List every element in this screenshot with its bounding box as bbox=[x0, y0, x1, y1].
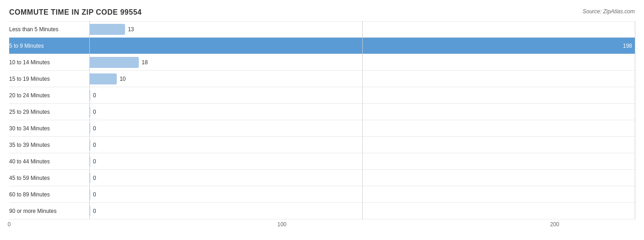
bar-label: 10 to 14 Minutes bbox=[9, 59, 89, 66]
bar-fill bbox=[89, 206, 90, 217]
bar-value: 0 bbox=[93, 158, 96, 165]
chart-title: COMMUTE TIME IN ZIP CODE 99554 bbox=[9, 8, 142, 17]
bar-fill bbox=[89, 57, 139, 68]
bar-fill bbox=[89, 123, 90, 134]
bar-value: 0 bbox=[93, 125, 96, 132]
bar-fill bbox=[89, 173, 90, 184]
bar-row: 90 or more Minutes0 bbox=[9, 203, 635, 219]
bar-value: 0 bbox=[93, 109, 96, 115]
bar-value: 13 bbox=[128, 26, 134, 33]
bar-value: 0 bbox=[93, 191, 96, 198]
bar-value: 18 bbox=[142, 59, 147, 66]
bar-row: 40 to 44 Minutes0 bbox=[9, 153, 635, 170]
bar-track: 0 bbox=[89, 153, 635, 169]
bar-label: 40 to 44 Minutes bbox=[9, 158, 89, 165]
bar-value: 198 bbox=[623, 43, 632, 49]
bar-label: 60 to 89 Minutes bbox=[9, 191, 89, 198]
x-axis-label: 100 bbox=[277, 221, 286, 228]
bar-fill bbox=[89, 156, 90, 167]
bar-row: 20 to 24 Minutes0 bbox=[9, 87, 635, 104]
bar-track: 10 bbox=[89, 71, 635, 87]
chart-source: Source: ZipAtlas.com bbox=[583, 8, 635, 15]
bars-section: Less than 5 Minutes135 to 9 Minutes19810… bbox=[9, 21, 635, 219]
chart-header: COMMUTE TIME IN ZIP CODE 99554 Source: Z… bbox=[9, 8, 635, 17]
bar-track: 0 bbox=[89, 104, 635, 120]
bar-row: 5 to 9 Minutes198 bbox=[9, 38, 635, 54]
bar-track: 0 bbox=[89, 87, 635, 103]
bar-fill: 198 bbox=[89, 40, 635, 51]
bar-label: Less than 5 Minutes bbox=[9, 26, 89, 33]
bar-fill bbox=[89, 106, 90, 117]
chart-container: COMMUTE TIME IN ZIP CODE 99554 Source: Z… bbox=[0, 0, 644, 240]
bar-track: 0 bbox=[89, 186, 635, 202]
x-axis-label: 200 bbox=[550, 221, 559, 228]
x-axis-label: 0 bbox=[8, 221, 11, 228]
bar-label: 90 or more Minutes bbox=[9, 208, 89, 214]
bar-label: 25 to 29 Minutes bbox=[9, 109, 89, 115]
bar-row: 25 to 29 Minutes0 bbox=[9, 104, 635, 120]
bar-row: Less than 5 Minutes13 bbox=[9, 21, 635, 38]
bar-fill bbox=[89, 73, 117, 84]
bar-label: 20 to 24 Minutes bbox=[9, 92, 89, 99]
bar-row: 10 to 14 Minutes18 bbox=[9, 54, 635, 71]
bar-value: 0 bbox=[93, 92, 96, 99]
bar-label: 5 to 9 Minutes bbox=[9, 43, 89, 49]
bar-row: 60 to 89 Minutes0 bbox=[9, 186, 635, 203]
bar-value: 10 bbox=[120, 76, 126, 82]
bar-label: 30 to 34 Minutes bbox=[9, 125, 89, 132]
bar-label: 45 to 59 Minutes bbox=[9, 175, 89, 181]
bar-row: 30 to 34 Minutes0 bbox=[9, 120, 635, 137]
bar-track: 0 bbox=[89, 137, 635, 153]
bar-track: 0 bbox=[89, 170, 635, 186]
bar-track: 198 bbox=[89, 38, 635, 54]
bar-track: 0 bbox=[89, 120, 635, 136]
bar-row: 35 to 39 Minutes0 bbox=[9, 137, 635, 153]
bar-track: 0 bbox=[89, 203, 635, 219]
bar-value: 0 bbox=[93, 142, 96, 148]
bar-label: 15 to 19 Minutes bbox=[9, 76, 89, 82]
bar-fill bbox=[89, 24, 125, 35]
bar-fill bbox=[89, 140, 90, 151]
bar-value: 0 bbox=[93, 175, 96, 181]
bar-fill bbox=[89, 189, 90, 200]
bar-value: 0 bbox=[93, 208, 96, 214]
grid-line bbox=[635, 21, 635, 219]
bar-label: 35 to 39 Minutes bbox=[9, 142, 89, 148]
bar-track: 13 bbox=[89, 22, 635, 37]
bar-row: 45 to 59 Minutes0 bbox=[9, 170, 635, 186]
bar-row: 15 to 19 Minutes10 bbox=[9, 71, 635, 87]
x-axis-container: 0100200 bbox=[9, 221, 635, 230]
bar-track: 18 bbox=[89, 54, 635, 70]
bar-fill bbox=[89, 90, 90, 101]
